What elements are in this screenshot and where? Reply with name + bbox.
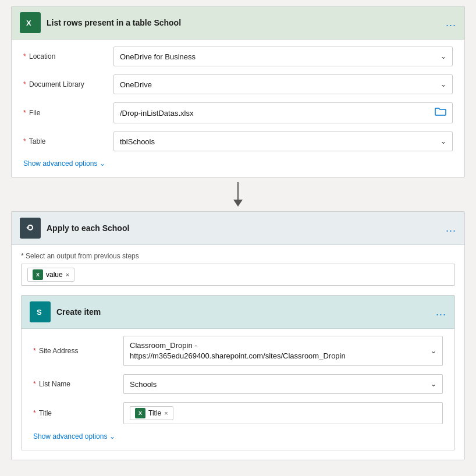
list-name-required: * xyxy=(33,380,36,388)
create-item-header: S Create item ... xyxy=(22,296,454,329)
list-name-value: Schools xyxy=(130,380,157,389)
file-field-row: * File /Drop-inListDatas.xlsx xyxy=(23,102,453,123)
title-tag: X Title × xyxy=(130,406,173,420)
location-required: * xyxy=(23,52,26,61)
list-rows-body: * Location OneDrive for Business ⌄ * Doc… xyxy=(12,40,464,177)
list-name-dropdown[interactable]: Schools ⌄ xyxy=(123,374,443,394)
list-rows-header: X List rows present in a table School ..… xyxy=(12,6,464,40)
title-required: * xyxy=(33,409,36,417)
create-item-card: S Create item ... * Site Address xyxy=(21,295,455,450)
doc-lib-required: * xyxy=(23,80,26,88)
apply-to-each-more-options[interactable]: ... xyxy=(446,222,456,235)
location-value: OneDrive for Business xyxy=(120,52,196,61)
arrow-line xyxy=(237,182,239,200)
title-input[interactable]: X Title × xyxy=(123,402,443,424)
table-label: * Table xyxy=(23,137,113,145)
show-advanced-top-chevron-icon: ⌄ xyxy=(100,159,105,168)
table-required: * xyxy=(23,137,26,145)
site-address-label: * Site Address xyxy=(33,347,123,355)
list-name-label: * List Name xyxy=(33,380,123,388)
document-library-label: * Document Library xyxy=(23,80,113,88)
title-field-row: * Title X Title × xyxy=(33,402,443,424)
show-advanced-bottom-label: Show advanced options xyxy=(33,432,107,441)
site-address-line1: Classroom_Dropin - xyxy=(130,340,426,351)
output-label: * Select an output from previous steps xyxy=(21,252,455,260)
file-input[interactable]: /Drop-inListDatas.xlsx xyxy=(113,102,453,123)
file-value: /Drop-inListDatas.xlsx xyxy=(120,109,193,118)
output-select-box[interactable]: X value × xyxy=(21,264,455,286)
table-field-row: * Table tblSchools ⌄ xyxy=(23,132,453,151)
site-address-value: Classroom_Dropin - https://m365edu269400… xyxy=(130,340,426,361)
list-rows-title: List rows present in a table School xyxy=(47,18,181,27)
apply-to-each-title: Apply to each School xyxy=(47,223,129,233)
value-tag: X value × xyxy=(27,268,74,282)
table-value: tblSchools xyxy=(120,137,155,146)
title-label: * Title xyxy=(33,409,123,417)
svg-text:S: S xyxy=(37,308,42,317)
location-label: * Location xyxy=(23,52,113,61)
list-rows-card: X List rows present in a table School ..… xyxy=(11,6,465,177)
title-tag-close-icon[interactable]: × xyxy=(164,410,168,417)
create-item-more-options[interactable]: ... xyxy=(436,306,446,318)
apply-to-each-card: Apply to each School ... * Select an out… xyxy=(11,211,465,460)
site-address-dropdown[interactable]: Classroom_Dropin - https://m365edu269400… xyxy=(123,336,443,366)
create-item-body: * Site Address Classroom_Dropin - https:… xyxy=(22,329,454,450)
file-required: * xyxy=(23,109,26,117)
folder-icon xyxy=(435,107,446,119)
apply-to-each-header: Apply to each School ... xyxy=(12,212,464,245)
list-rows-more-options[interactable]: ... xyxy=(446,17,456,29)
show-advanced-top-label: Show advanced options xyxy=(23,159,97,168)
list-name-chevron-icon: ⌄ xyxy=(431,380,436,388)
document-library-field-row: * Document Library OneDrive ⌄ xyxy=(23,74,453,94)
arrow-connector xyxy=(233,177,243,211)
table-dropdown[interactable]: tblSchools ⌄ xyxy=(113,132,453,151)
apply-to-each-body: * Select an output from previous steps X… xyxy=(12,245,464,460)
site-address-field-row: * Site Address Classroom_Dropin - https:… xyxy=(33,336,443,366)
table-chevron-icon: ⌄ xyxy=(441,137,446,145)
document-library-value: OneDrive xyxy=(120,80,152,89)
file-label: * File xyxy=(23,109,113,117)
apply-to-each-header-left: Apply to each School xyxy=(20,218,129,239)
value-tag-label: value xyxy=(46,271,63,279)
site-addr-required: * xyxy=(33,347,36,355)
arrow-head-icon xyxy=(233,200,243,207)
document-library-dropdown[interactable]: OneDrive ⌄ xyxy=(113,74,453,94)
svg-rect-2 xyxy=(24,222,37,235)
sharepoint-icon: S xyxy=(30,301,51,322)
create-item-header-left: S Create item xyxy=(30,301,101,322)
site-address-chevron-icon: ⌄ xyxy=(431,347,436,355)
apply-to-each-icon xyxy=(20,218,41,239)
title-tag-label: Title xyxy=(148,409,161,417)
list-rows-header-left: X List rows present in a table School xyxy=(20,12,181,33)
svg-text:X: X xyxy=(26,19,31,27)
excel-icon: X xyxy=(20,12,41,33)
location-chevron-icon: ⌄ xyxy=(441,52,446,61)
location-dropdown[interactable]: OneDrive for Business ⌄ xyxy=(113,47,453,66)
value-tag-close-icon[interactable]: × xyxy=(66,271,69,278)
site-address-line2: https://m365edu269400.sharepoint.com/sit… xyxy=(130,351,426,361)
create-item-title: Create item xyxy=(56,307,101,317)
show-advanced-bottom[interactable]: Show advanced options ⌄ xyxy=(33,432,443,441)
show-advanced-top[interactable]: Show advanced options ⌄ xyxy=(23,159,453,168)
location-field-row: * Location OneDrive for Business ⌄ xyxy=(23,47,453,66)
show-advanced-bottom-chevron-icon: ⌄ xyxy=(109,432,115,441)
tag-excel-icon: X xyxy=(33,269,43,280)
list-name-field-row: * List Name Schools ⌄ xyxy=(33,374,443,394)
title-tag-excel-icon: X xyxy=(135,408,145,418)
doc-lib-chevron-icon: ⌄ xyxy=(441,80,446,88)
